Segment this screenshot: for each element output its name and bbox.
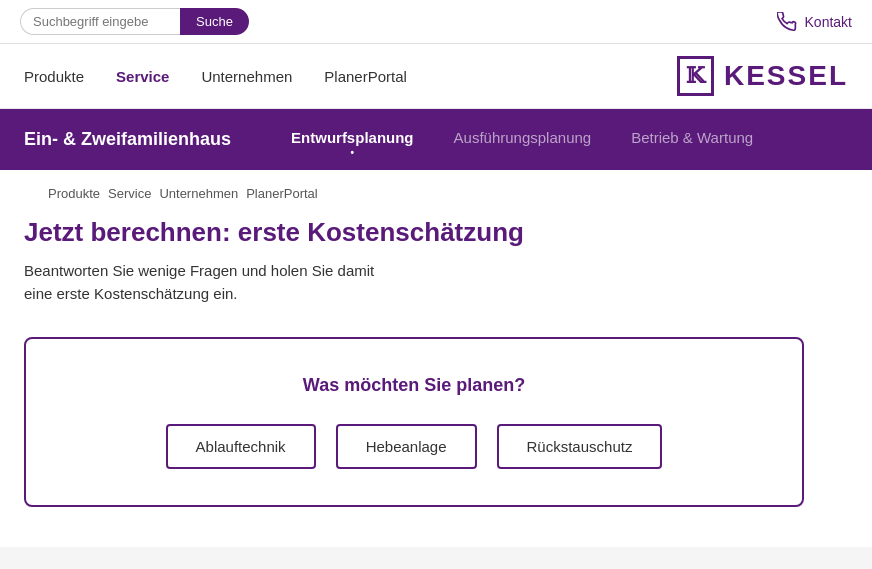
breadcrumb-unternehmen[interactable]: Unternehmen — [159, 186, 238, 201]
calc-btn-rueckstauschutz[interactable]: Rückstauschutz — [497, 424, 663, 469]
desc-line2: eine erste Kostenschätzung ein. — [24, 285, 237, 302]
calc-btn-hebeanlage[interactable]: Hebeanlage — [336, 424, 477, 469]
calc-btn-ablauftechnik[interactable]: Ablauftechnik — [166, 424, 316, 469]
page-heading: Jetzt berechnen: erste Kostenschätzung — [24, 209, 848, 248]
calc-question: Was möchten Sie planen? — [66, 375, 762, 396]
breadcrumb-produkte[interactable]: Produkte — [48, 186, 100, 201]
contact-area[interactable]: Kontakt — [777, 12, 852, 32]
logo-icon: 𝕂 — [686, 63, 705, 89]
logo-area: 𝕂 KESSEL — [677, 56, 848, 96]
breadcrumb-planerportal[interactable]: PlanerPortal — [246, 186, 318, 201]
tab-entwurfsplanung[interactable]: Entwurfsplanung — [291, 129, 414, 150]
search-area: Suche — [20, 8, 249, 35]
logo-box: 𝕂 — [677, 56, 714, 96]
nav-unternehmen[interactable]: Unternehmen — [201, 68, 292, 85]
top-bar: Suche Kontakt — [0, 0, 872, 44]
tab-ausfuehrungsplanung[interactable]: Ausführungsplanung — [454, 129, 592, 150]
main-nav: Produkte Service Unternehmen PlanerPorta… — [0, 44, 872, 109]
phone-icon — [777, 12, 797, 32]
nav-links: Produkte Service Unternehmen PlanerPorta… — [24, 68, 407, 85]
desc-line1: Beantworten Sie wenige Fragen und holen … — [24, 262, 374, 279]
search-input[interactable] — [20, 8, 180, 35]
tab-betrieb-wartung[interactable]: Betrieb & Wartung — [631, 129, 753, 150]
calc-buttons: Ablauftechnik Hebeanlage Rückstauschutz — [66, 424, 762, 469]
banner-title: Ein- & Zweifamilienhaus — [24, 129, 231, 150]
banner: Ein- & Zweifamilienhaus Entwurfsplanung … — [0, 109, 872, 170]
nav-produkte[interactable]: Produkte — [24, 68, 84, 85]
breadcrumb-service[interactable]: Service — [108, 186, 151, 201]
logo-text: KESSEL — [724, 60, 848, 92]
nav-service[interactable]: Service — [116, 68, 169, 85]
breadcrumb: Produkte Service Unternehmen PlanerPorta… — [24, 170, 848, 209]
contact-label: Kontakt — [805, 14, 852, 30]
calculator-box: Was möchten Sie planen? Ablauftechnik He… — [24, 337, 804, 507]
nav-planerportal[interactable]: PlanerPortal — [324, 68, 407, 85]
main-content: Produkte Service Unternehmen PlanerPorta… — [0, 170, 872, 547]
page-description: Beantworten Sie wenige Fragen und holen … — [24, 260, 848, 305]
banner-tabs: Entwurfsplanung Ausführungsplanung Betri… — [291, 129, 753, 150]
search-button[interactable]: Suche — [180, 8, 249, 35]
